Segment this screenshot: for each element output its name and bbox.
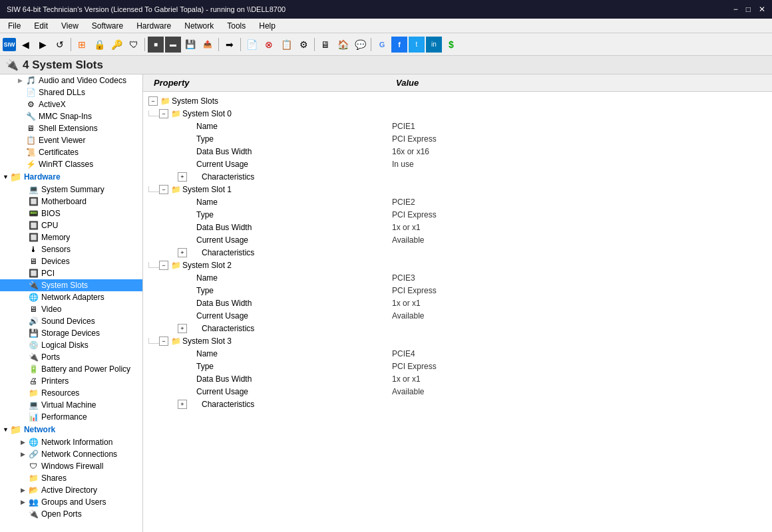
tree-shares[interactable]: 📁 Shares <box>0 472 142 484</box>
menu-tools[interactable]: Tools <box>222 20 251 32</box>
expand-icon[interactable] <box>19 269 27 277</box>
expand-icon[interactable] <box>19 186 27 194</box>
toolbar-key[interactable]: 🔑 <box>108 37 124 53</box>
toolbar-shield[interactable]: 🛡 <box>126 37 142 53</box>
tree-winrt[interactable]: ⚡ WinRT Classes <box>0 158 142 170</box>
expand-icon[interactable] <box>19 353 27 361</box>
expand-icon[interactable] <box>19 462 27 470</box>
expand-icon[interactable] <box>19 281 27 289</box>
tree-open-ports[interactable]: 🔌 Open Ports <box>0 508 142 520</box>
expand-icon[interactable]: ▶ <box>19 450 27 458</box>
tree-event-viewer[interactable]: 📋 Event Viewer <box>0 134 142 146</box>
tree-storage-devices[interactable]: 💾 Storage Devices <box>0 327 142 339</box>
tree-sensors[interactable]: 🌡 Sensors <box>0 243 142 255</box>
expand-icon[interactable] <box>19 389 27 397</box>
close-button[interactable]: ✕ <box>759 5 765 14</box>
tree-logical-disks[interactable]: 💿 Logical Disks <box>0 339 142 351</box>
slot0-expand[interactable]: − <box>159 109 168 118</box>
tree-network-info[interactable]: ▶ 🌐 Network Information <box>0 436 142 448</box>
menu-file[interactable]: File <box>3 20 26 32</box>
slot1-chars-row[interactable]: + Characteristics <box>143 246 772 259</box>
toolbar-refresh[interactable]: ↺ <box>52 37 68 53</box>
toolbar-gear[interactable]: ⚙ <box>295 37 311 53</box>
slot2-header-row[interactable]: − 📁 System Slot 2 <box>143 259 772 271</box>
tree-cpu[interactable]: 🔲 CPU <box>0 219 142 231</box>
tree-system-summary[interactable]: 💻 System Summary <box>0 184 142 196</box>
toolbar-lock[interactable]: 🔒 <box>91 37 107 53</box>
tree-shell-extensions[interactable]: 🖥 Shell Extensions <box>0 122 142 134</box>
expand-icon[interactable] <box>16 124 24 132</box>
slot2-chars-expand[interactable]: + <box>178 324 187 333</box>
tree-groups-users[interactable]: ▶ 👥 Groups and Users <box>0 496 142 508</box>
expand-icon[interactable] <box>19 245 27 253</box>
tree-system-slots[interactable]: 🔌 System Slots <box>0 279 142 291</box>
toolbar-monitor[interactable]: 🖥 <box>317 37 333 53</box>
expand-icon[interactable] <box>19 365 27 373</box>
toolbar-tw[interactable]: t <box>409 37 425 53</box>
toolbar-export[interactable]: 📤 <box>200 37 216 53</box>
tree-certificates[interactable]: 📜 Certificates <box>0 146 142 158</box>
expand-icon[interactable] <box>19 377 27 385</box>
expand-icon[interactable] <box>19 329 27 337</box>
tree-performance[interactable]: 📊 Performance <box>0 411 142 423</box>
tree-bios[interactable]: 📟 BIOS <box>0 207 142 219</box>
expand-icon[interactable] <box>19 305 27 313</box>
tree-battery[interactable]: 🔋 Battery and Power Policy <box>0 363 142 375</box>
tree-virtual-machine[interactable]: 💻 Virtual Machine <box>0 399 142 411</box>
tree-pci[interactable]: 🔲 PCI <box>0 267 142 279</box>
slot3-chars-expand[interactable]: + <box>178 400 187 409</box>
menu-software[interactable]: Software <box>87 20 128 32</box>
toolbar-forward[interactable]: ▶ <box>35 37 51 53</box>
root-system-slots-row[interactable]: − 📁 System Slots <box>143 94 772 107</box>
expand-icon[interactable] <box>16 88 24 96</box>
slot3-chars-row[interactable]: + Characteristics <box>143 398 772 410</box>
network-header[interactable]: ▼ 📁 Network <box>0 423 142 436</box>
expand-icon[interactable]: ▶ <box>16 76 24 84</box>
tree-motherboard[interactable]: 🔲 Motherboard <box>0 196 142 207</box>
slot1-header-row[interactable]: − 📁 System Slot 1 <box>143 183 772 196</box>
toolbar-chat[interactable]: 💬 <box>352 37 368 53</box>
tree-firewall[interactable]: 🛡 Windows Firewall <box>0 460 142 472</box>
slot2-chars-row[interactable]: + Characteristics <box>143 322 772 334</box>
slot1-chars-expand[interactable]: + <box>178 248 187 257</box>
expand-icon[interactable] <box>19 198 27 205</box>
expand-icon[interactable] <box>16 112 24 120</box>
menu-network[interactable]: Network <box>179 20 219 32</box>
tree-mmc[interactable]: 🔧 MMC Snap-Ins <box>0 110 142 122</box>
toolbar-cpu-icon[interactable]: ■ <box>148 37 164 53</box>
tree-resources[interactable]: 📁 Resources <box>0 387 142 399</box>
expand-icon[interactable]: ▶ <box>19 486 27 494</box>
expand-icon[interactable] <box>19 341 27 349</box>
toolbar-li[interactable]: in <box>426 37 442 53</box>
slot0-chars-row[interactable]: + Characteristics <box>143 170 772 183</box>
minimize-button[interactable]: − <box>733 5 738 14</box>
slot1-expand[interactable]: − <box>159 185 168 194</box>
toolbar-disk-icon[interactable]: 💾 <box>182 37 198 53</box>
tree-memory[interactable]: 🔲 Memory <box>0 231 142 243</box>
expand-icon[interactable] <box>19 209 27 217</box>
tree-network-adapters[interactable]: 🌐 Network Adapters <box>0 291 142 303</box>
toolbar-cancel[interactable]: ⊗ <box>261 37 277 53</box>
hardware-expand-icon[interactable]: ▼ <box>3 174 9 180</box>
menu-help[interactable]: Help <box>254 20 281 32</box>
toolbar-fb[interactable]: f <box>391 37 407 53</box>
expand-icon[interactable] <box>19 413 27 421</box>
expand-icon[interactable] <box>19 510 27 518</box>
menu-edit[interactable]: Edit <box>29 20 53 32</box>
network-expand-icon[interactable]: ▼ <box>3 426 9 433</box>
expand-icon[interactable] <box>19 221 27 229</box>
tree-ports[interactable]: 🔌 Ports <box>0 351 142 363</box>
slot3-header-row[interactable]: − 📁 System Slot 3 <box>143 334 772 347</box>
slot3-expand[interactable]: − <box>159 336 168 346</box>
expand-icon[interactable] <box>16 160 24 168</box>
expand-icon[interactable]: ▶ <box>19 498 27 506</box>
toolbar-arrow[interactable]: ➡ <box>222 37 238 53</box>
expand-icon[interactable] <box>16 148 24 156</box>
toolbar-home[interactable]: 🏠 <box>335 37 351 53</box>
toolbar-win-icon[interactable]: ⊞ <box>74 37 90 53</box>
toolbar-dollar[interactable]: $ <box>443 37 459 53</box>
tree-activex[interactable]: ⚙ ActiveX <box>0 98 142 110</box>
expand-icon[interactable] <box>19 257 27 265</box>
expand-icon[interactable] <box>16 100 24 108</box>
tree-devices[interactable]: 🖥 Devices <box>0 255 142 267</box>
